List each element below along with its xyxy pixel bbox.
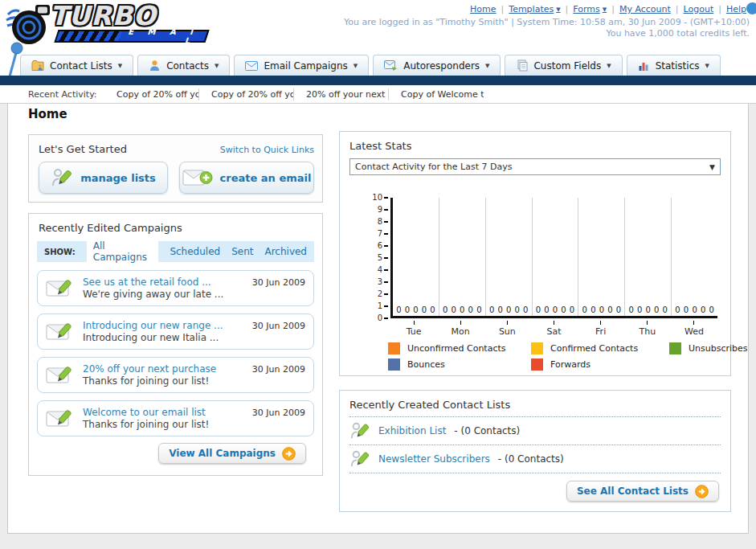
contact-list-rows: Exhibition List - (0 Contacts) Newslette… [349, 416, 721, 473]
tab-contact-lists[interactable]: Contact Lists▼ [20, 55, 133, 76]
campaign-date: 30 Jun 2009 [252, 274, 305, 288]
switch-quick-links[interactable]: Switch to Quick Links [220, 145, 314, 155]
data-value-label: 0 [599, 305, 604, 314]
contact-list-row[interactable]: Newsletter Subscribers - (0 Contacts) [349, 445, 721, 473]
recent-activity-item[interactable]: Copy of 20% off yc [199, 88, 294, 100]
page-title: Home [28, 107, 67, 121]
filter-archived[interactable]: Archived [264, 246, 307, 257]
chevron-down-icon: ▼ [603, 6, 607, 13]
data-value-label: 0 [430, 305, 435, 314]
campaigns-panel: Recently Edited Campaigns SHOW: All Camp… [28, 213, 323, 476]
data-value-label: 0 [405, 305, 410, 314]
campaign-row[interactable]: Welcome to our email list Thanks for joi… [37, 400, 314, 436]
y-tick-label: 8 [369, 218, 388, 226]
data-value-label: 0 [570, 305, 574, 314]
filter-all-campaigns[interactable]: All Campaigns [87, 238, 159, 265]
contact-list-row[interactable]: Exhibition List - (0 Contacts) [349, 416, 721, 445]
data-value-label: 0 [514, 305, 519, 314]
data-value-label: 0 [709, 305, 713, 314]
legend-item: Unsubscribes [669, 342, 748, 354]
folder-contacts-icon [31, 59, 44, 72]
recent-activity-item[interactable]: Copy of Welcome to [389, 88, 484, 100]
stats-period-select[interactable]: Contact Activity for the Last 7 Days ▼ [349, 158, 721, 175]
get-started-panel: Let's Get Started Switch to Quick Links … [28, 134, 323, 203]
campaign-date: 30 Jun 2009 [252, 404, 305, 418]
stats-chart: 109876543210 000000000000000000000000000… [349, 190, 721, 338]
filter-scheduled[interactable]: Scheduled [170, 246, 220, 257]
create-email-button[interactable]: create an email [179, 162, 314, 194]
campaign-link[interactable]: Introducing our new range ... [83, 320, 223, 331]
recent-activity-item[interactable]: 20% off your next p [294, 88, 389, 100]
manage-lists-button[interactable]: manage lists [39, 162, 168, 194]
y-tick-label: 0 [369, 314, 388, 322]
nav-link-templates[interactable]: Templates▼ [509, 4, 560, 14]
y-tick-label: 4 [369, 266, 388, 274]
chevron-down-icon: ▼ [118, 63, 122, 69]
chart-y-axis: 109876543210 [369, 198, 388, 318]
contact-lists-title: Recently Created Contact Lists [349, 399, 510, 411]
main-nav-tabs: Contact Lists▼ Contacts▼ Email Campaigns… [20, 55, 721, 76]
recent-activity-item[interactable]: Copy of 20% off yc [104, 88, 199, 100]
data-value-label: 0 [476, 305, 481, 314]
campaign-row[interactable]: 20% off your next purchase Thanks for jo… [37, 357, 314, 393]
nav-link-my-account[interactable]: My Account [619, 4, 671, 14]
data-value-label: 0 [582, 305, 587, 314]
campaign-row[interactable]: See us at the retail food ... We're givi… [37, 270, 314, 306]
data-value-label: 0 [607, 305, 612, 314]
bar-chart-icon [638, 59, 650, 72]
tab-contacts[interactable]: Contacts▼ [137, 55, 230, 76]
contact-lists-panel: Recently Created Contact Lists Exhibitio… [339, 390, 731, 512]
envelope-pencil-icon [46, 321, 75, 342]
legend-swatch [388, 342, 400, 354]
contact-list-detail: - (0 Contacts) [454, 425, 520, 436]
data-value-label: 0 [413, 305, 418, 314]
data-value-label: 0 [443, 305, 447, 314]
help-status-dot-icon [746, 2, 756, 14]
logo-stripes [56, 31, 122, 41]
campaign-row[interactable]: Introducing our new range ... Introducin… [37, 313, 314, 350]
arrow-right-circle-icon [695, 485, 709, 498]
show-label: SHOW: [44, 248, 76, 256]
chevron-down-icon: ▼ [215, 63, 219, 69]
campaign-link[interactable]: See us at the retail food ... [83, 277, 223, 288]
x-tick-label: Wed [671, 321, 717, 337]
latest-stats-panel: Latest Stats Contact Activity for the La… [339, 131, 731, 376]
filter-sent[interactable]: Sent [231, 246, 253, 257]
campaign-filter-bar: SHOW: All Campaigns Scheduled Sent Archi… [37, 241, 314, 262]
y-tick-label: 3 [369, 278, 388, 286]
nav-link-forms[interactable]: Forms▼ [573, 4, 607, 14]
nav-link-logout[interactable]: Logout [684, 4, 714, 14]
y-tick-label: 5 [369, 254, 388, 262]
x-tick-label: Mon [437, 321, 484, 337]
x-tick-label: Sat [530, 321, 577, 337]
chart-legend: Unconfirmed Contacts Confirmed Contacts … [388, 342, 748, 371]
contact-list-link[interactable]: Newsletter Subscribers [378, 453, 490, 465]
contact-list-link[interactable]: Exhibition List [378, 425, 446, 436]
login-status-text: You are logged in as "Timothy Smith" | S… [344, 17, 750, 27]
chart-group: 00000 [486, 198, 533, 316]
tab-custom-fields[interactable]: Custom Fields▼ [505, 55, 622, 76]
tab-autoresponders[interactable]: Autoresponders▼ [373, 55, 501, 76]
nav-link-home[interactable]: Home [470, 4, 496, 14]
envelope-arrow-icon [384, 60, 398, 71]
chevron-down-icon: ▼ [485, 63, 489, 69]
campaign-link[interactable]: 20% off your next purchase [83, 363, 216, 375]
see-all-contact-lists-button[interactable]: See All Contact Lists [566, 481, 719, 502]
latest-stats-title: Latest Stats [349, 140, 412, 152]
data-value-label: 0 [536, 305, 541, 314]
chevron-down-icon: ▼ [705, 63, 709, 69]
chart-x-axis: TueMonSunSatFriThuWed [390, 321, 717, 337]
campaign-link[interactable]: Welcome to our email list [83, 407, 209, 418]
data-value-label: 0 [506, 305, 511, 314]
view-all-campaigns-button[interactable]: View All Campaigns [158, 443, 306, 464]
y-tick-label: 7 [369, 230, 388, 238]
data-value-label: 0 [637, 305, 642, 314]
data-value-label: 0 [422, 305, 427, 314]
nav-link-help[interactable]: Help [726, 4, 746, 14]
tab-email-campaigns[interactable]: Email Campaigns▼ [234, 55, 369, 76]
data-value-label: 0 [616, 305, 621, 314]
tab-statistics[interactable]: Statistics▼ [627, 55, 721, 76]
campaign-date: 30 Jun 2009 [252, 318, 305, 331]
campaign-subtitle: Introducing our new Italia ... [83, 332, 223, 343]
app-logo: TURBO E M A I L [5, 3, 214, 51]
